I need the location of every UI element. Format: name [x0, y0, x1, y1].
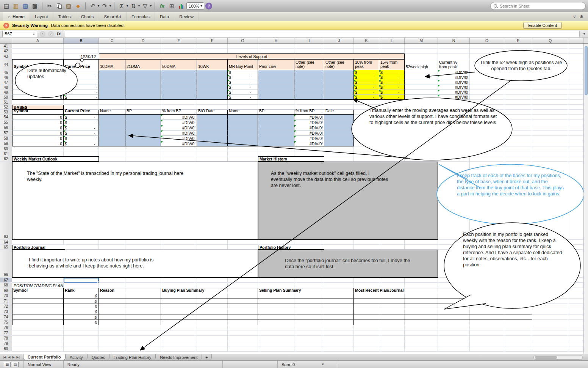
- row-header[interactable]: 41: [0, 44, 12, 48]
- cell[interactable]: [258, 315, 354, 320]
- cell[interactable]: [258, 125, 294, 131]
- cell[interactable]: $-: [64, 136, 99, 141]
- row-cells[interactable]: [12, 151, 583, 156]
- cell[interactable]: [99, 304, 161, 309]
- sheet-tab[interactable]: Current Portfolio: [23, 354, 66, 360]
- cell[interactable]: [12, 304, 64, 309]
- cell[interactable]: $-: [64, 120, 99, 125]
- filter-button[interactable]: ▽: [141, 2, 149, 11]
- cell[interactable]: [99, 131, 125, 136]
- column-header[interactable]: B: [64, 38, 99, 43]
- cell[interactable]: [125, 141, 161, 146]
- cell[interactable]: [324, 131, 354, 136]
- cell[interactable]: [99, 115, 125, 120]
- support-column-header[interactable]: MR Buy Point: [228, 59, 258, 70]
- cell[interactable]: [197, 75, 228, 80]
- row-header[interactable]: 62: [0, 156, 12, 161]
- plan-column-header[interactable]: Buying Plan Summary: [161, 288, 258, 293]
- cell[interactable]: [125, 136, 161, 141]
- cell[interactable]: [161, 304, 258, 309]
- cell[interactable]: [354, 320, 532, 325]
- row-header[interactable]: 55: [0, 120, 12, 125]
- row-cells[interactable]: [12, 146, 583, 151]
- sum-caret-icon[interactable]: ▼: [321, 363, 324, 366]
- row-header[interactable]: 78: [0, 336, 12, 341]
- cell[interactable]: [161, 85, 197, 90]
- fill-handle[interactable]: [97, 281, 99, 283]
- support-column-header[interactable]: 10DMA: [99, 59, 125, 70]
- cell[interactable]: [258, 120, 294, 125]
- cell[interactable]: [12, 309, 64, 315]
- cell[interactable]: #DIV/0!: [294, 131, 324, 136]
- cell[interactable]: [258, 299, 354, 304]
- cell[interactable]: [228, 115, 258, 120]
- row-header[interactable]: 42: [0, 49, 12, 53]
- cell[interactable]: [405, 80, 438, 85]
- bases-column-header[interactable]: % from BP: [161, 110, 197, 115]
- tab-smartart[interactable]: SmartArt: [99, 12, 127, 21]
- add-sheet-button[interactable]: +: [202, 354, 211, 360]
- prev-sheet-button[interactable]: ◀: [8, 355, 10, 359]
- cut-icon[interactable]: ✂: [45, 2, 54, 11]
- sheet-tab[interactable]: Activity: [66, 354, 88, 360]
- support-column-header[interactable]: 50DMA: [161, 59, 197, 70]
- confirm-entry-button[interactable]: ✓: [48, 31, 54, 37]
- select-all-corner[interactable]: [0, 38, 12, 43]
- column-header[interactable]: F: [197, 38, 228, 43]
- cell[interactable]: [197, 136, 228, 141]
- cell[interactable]: #DIV/0!: [161, 141, 197, 146]
- cell[interactable]: $-: [379, 85, 405, 90]
- cell[interactable]: [197, 120, 228, 125]
- plan-column-header[interactable]: Rank: [64, 288, 99, 293]
- sum-indicator[interactable]: Sum=0 ▼: [278, 361, 338, 368]
- row-header[interactable]: 68: [0, 283, 12, 288]
- row-header[interactable]: 73: [0, 309, 12, 314]
- cell[interactable]: [99, 320, 161, 325]
- cell[interactable]: #DIV/0!: [438, 90, 470, 95]
- cell[interactable]: [294, 90, 324, 95]
- normal-view-button[interactable]: ▦: [4, 362, 11, 367]
- cell[interactable]: [258, 70, 294, 75]
- cell[interactable]: [405, 70, 438, 75]
- column-header[interactable]: A: [12, 38, 64, 43]
- cell[interactable]: [12, 320, 64, 325]
- row-header[interactable]: 69: [0, 288, 12, 293]
- support-column-header[interactable]: Other (see note): [324, 59, 354, 70]
- cell[interactable]: 0: [12, 120, 64, 125]
- tab-tables[interactable]: Tables: [53, 12, 76, 21]
- sheet-tab[interactable]: Quotes: [88, 354, 109, 360]
- cell[interactable]: [99, 120, 125, 125]
- cell[interactable]: [125, 131, 161, 136]
- support-column-header[interactable]: Other (see note): [294, 59, 324, 70]
- cell[interactable]: [258, 75, 294, 80]
- open-icon[interactable]: ▥: [12, 2, 20, 11]
- position-trading-plan-label[interactable]: POSITION TRADING PLAN: [14, 283, 127, 288]
- search-input[interactable]: [500, 4, 582, 8]
- cell[interactable]: [197, 115, 228, 120]
- cell[interactable]: [294, 75, 324, 80]
- cell[interactable]: $-: [379, 70, 405, 75]
- plan-column-header[interactable]: Reason: [99, 288, 161, 293]
- cell[interactable]: [258, 320, 354, 325]
- cell[interactable]: [324, 80, 354, 85]
- cell[interactable]: [258, 141, 294, 146]
- row-header[interactable]: 57: [0, 131, 12, 135]
- row-header[interactable]: 59: [0, 141, 12, 146]
- cell[interactable]: #DIV/0!: [438, 80, 470, 85]
- row-cells[interactable]: [12, 325, 583, 330]
- cell[interactable]: $-: [354, 85, 379, 90]
- borders-icon[interactable]: ⊞: [167, 2, 176, 11]
- row-header[interactable]: 50: [0, 95, 12, 99]
- cell[interactable]: [228, 131, 258, 136]
- market-history-cell[interactable]: As the "weekly market outlook" cell gets…: [258, 162, 438, 240]
- portfolio-journal-header[interactable]: Portfolio Journal: [12, 245, 65, 250]
- cell[interactable]: [12, 315, 64, 320]
- cell[interactable]: $-: [354, 75, 379, 80]
- cell[interactable]: 0: [12, 131, 64, 136]
- cell[interactable]: [324, 120, 354, 125]
- bases-column-header[interactable]: B/O Date: [197, 110, 228, 115]
- cell[interactable]: [99, 299, 161, 304]
- cell[interactable]: 0: [64, 293, 99, 299]
- cell[interactable]: $-: [64, 141, 99, 146]
- cell[interactable]: #DIV/0!: [294, 125, 324, 131]
